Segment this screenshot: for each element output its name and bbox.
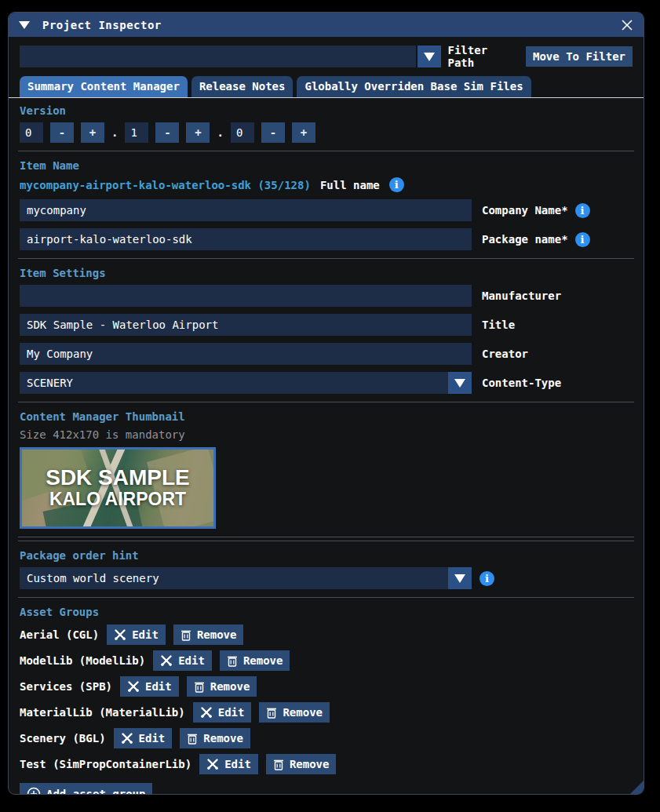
content-type-label: Content-Type [482,377,561,389]
thumbnail-image[interactable]: SDK SAMPLE KALO AIRPORT [20,447,216,529]
chevron-down-icon [454,379,465,388]
edit-label: Edit [218,706,245,719]
package-order-dropdown[interactable]: Custom world scenery [20,567,472,589]
separator [18,258,634,259]
package-name-label: Package name* [482,233,568,246]
version-major-value[interactable]: 0 [20,122,43,143]
resize-handle[interactable] [630,781,644,794]
info-icon[interactable]: i [575,203,590,218]
asset-name: Test (SimPropContainerLib) [20,758,191,770]
title-input[interactable] [20,314,472,336]
version-major-plus-button[interactable]: + [81,122,104,143]
edit-button[interactable]: Edit [107,624,166,645]
version-minor-minus-button[interactable]: - [155,122,179,143]
edit-label: Edit [139,732,166,745]
title-row: Title [20,314,633,336]
edit-button[interactable]: Edit [199,754,258,774]
edit-label: Edit [132,628,159,641]
remove-button[interactable]: Remove [173,624,244,645]
full-name-label: Full name [320,179,380,191]
manufacturer-input[interactable] [20,285,472,307]
collapse-triangle-icon[interactable] [19,21,30,29]
edit-button[interactable]: Edit [120,676,179,697]
creator-row: Creator [20,343,633,365]
title-bar: Project Inspector [9,13,644,37]
package-name-input[interactable] [20,228,472,250]
remove-button[interactable]: Remove [259,702,330,723]
thumbnail-size-hint: Size 412x170 is mandatory [20,428,633,441]
trash-icon [187,733,198,745]
company-name-input[interactable] [20,199,472,221]
manufacturer-row: Manufacturer [20,285,633,307]
creator-input[interactable] [20,343,472,365]
package-order-dropdown-button[interactable] [448,567,472,589]
content-type-dropdown-button[interactable] [448,372,472,394]
info-icon[interactable]: i [480,571,494,586]
tab-bar: Summary Content Manager Release Notes Gl… [9,76,644,98]
package-name-row: Package name* i [20,228,633,250]
version-patch-plus-button[interactable]: + [292,122,315,143]
version-dot: . [111,126,118,139]
window-title: Project Inspector [42,19,162,31]
remove-label: Remove [243,654,283,667]
remove-button[interactable]: Remove [187,676,257,697]
package-order-value: Custom world scenery [27,572,159,584]
trash-icon [227,655,238,667]
move-to-filter-button[interactable]: Move To Filter [526,46,633,67]
version-patch-value[interactable]: 0 [231,122,254,143]
version-patch-minus-button[interactable]: - [261,122,285,143]
version-major-minus-button[interactable]: - [50,122,74,143]
version-minor-plus-button[interactable]: + [186,122,210,143]
content-type-row: SCENERY Content-Type [20,372,633,394]
project-inspector-window: Project Inspector Filter Path Move To Fi… [8,12,644,795]
item-settings-section-label: Item Settings [20,267,633,279]
full-name-value: mycompany-airport-kalo-waterloo-sdk (35/… [20,179,311,191]
info-icon[interactable]: i [575,232,590,247]
remove-label: Remove [210,680,250,693]
info-icon[interactable]: i [389,177,404,192]
trash-icon [273,759,284,770]
circle-plus-icon [27,787,41,795]
tab-release-notes[interactable]: Release Notes [191,76,294,97]
chevron-down-icon [454,574,465,583]
asset-groups-section-label: Asset Groups [20,606,633,618]
version-dot: . [217,126,223,139]
edit-button[interactable]: Edit [153,650,212,671]
version-minor-value[interactable]: 1 [125,122,148,143]
asset-row-scenery: Scenery (BGL) Edit Remove [20,727,633,749]
crossed-tools-icon [160,654,173,667]
edit-button[interactable]: Edit [193,702,252,723]
tab-summary-content-manager[interactable]: Summary Content Manager [20,76,188,97]
filter-path-label: Filter Path [447,44,520,69]
trash-icon [194,681,205,693]
version-stepper: 0 - + . 1 - + . 0 - + [20,122,633,143]
remove-label: Remove [290,758,330,770]
remove-button[interactable]: Remove [180,728,250,748]
close-icon[interactable] [621,19,633,31]
edit-label: Edit [224,758,251,770]
filter-path-input[interactable] [20,46,416,67]
company-name-label: Company Name* [482,204,568,217]
double-separator [18,537,634,541]
asset-name: Scenery (BGL) [20,732,106,745]
crossed-tools-icon [121,732,133,745]
asset-row-services: Services (SPB) Edit Remove [20,675,633,697]
asset-name: Aerial (CGL) [20,628,99,641]
add-asset-group-button[interactable]: Add asset group [20,783,152,795]
content-type-dropdown[interactable]: SCENERY [20,372,472,394]
crossed-tools-icon [200,706,213,719]
tab-globally-overriden[interactable]: Globally Overriden Base Sim Files [297,76,531,97]
crossed-tools-icon [127,680,140,693]
remove-button[interactable]: Remove [220,650,290,671]
edit-button[interactable]: Edit [114,728,173,748]
edit-label: Edit [178,654,205,667]
crossed-tools-icon [206,758,219,770]
asset-name: MaterialLib (MaterialLib) [20,706,185,719]
remove-label: Remove [197,628,237,641]
trash-icon [266,707,277,719]
filter-dropdown-button[interactable] [418,46,441,67]
asset-row-aerial: Aerial (CGL) Edit Remove [20,624,633,646]
thumbnail-section-label: Content Manager Thumbnail [20,410,633,423]
company-name-row: Company Name* i [20,199,633,221]
remove-button[interactable]: Remove [266,754,337,774]
